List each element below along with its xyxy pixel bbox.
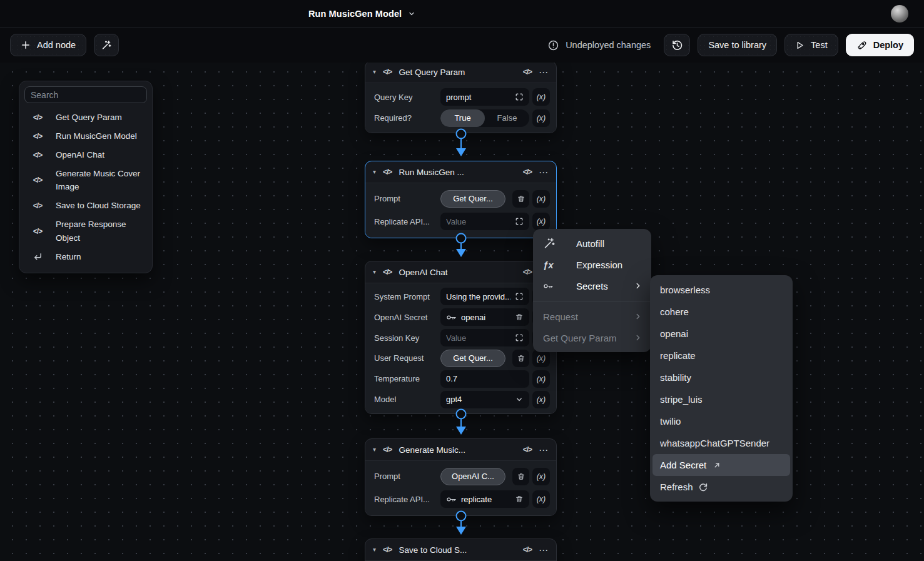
test-button[interactable]: Test <box>784 34 838 56</box>
node-run-musicgen[interactable]: ▾</>Run MusicGen ...</>⋯PromptGet Quer..… <box>365 161 557 238</box>
trash-icon[interactable] <box>515 313 524 321</box>
node-header[interactable]: ▾</>Save to Cloud S...</>⋯ <box>365 539 556 560</box>
secret-item-twilio[interactable]: twilio <box>650 410 793 432</box>
node-field-row: PromptGet Quer...(x) <box>374 190 548 208</box>
view-code-icon[interactable]: </> <box>523 68 532 76</box>
trash-button[interactable] <box>512 190 529 208</box>
palette-item-get-query-param[interactable]: </>Get Query Param <box>24 108 147 127</box>
view-code-icon[interactable]: </> <box>523 168 532 176</box>
key-icon <box>543 282 554 290</box>
test-label: Test <box>811 40 828 50</box>
menu-item-secrets[interactable]: Secrets <box>533 275 651 296</box>
select-field[interactable]: gpt4 <box>440 391 529 408</box>
expand-icon[interactable] <box>515 217 524 226</box>
view-code-icon[interactable]: </> <box>523 545 532 554</box>
input-field[interactable]: 0.7 <box>440 370 529 388</box>
save-to-library-button[interactable]: Save to library <box>698 34 777 56</box>
secret-item-replicate[interactable]: replicate <box>650 345 793 366</box>
connected-value-pill[interactable]: Get Quer... <box>440 190 505 208</box>
code-icon: </> <box>33 132 42 141</box>
connected-value-pill[interactable]: Get Quer... <box>440 350 505 367</box>
user-avatar[interactable] <box>891 5 908 23</box>
collapse-caret-icon[interactable]: ▾ <box>373 269 376 275</box>
view-code-icon[interactable]: </> <box>523 445 532 454</box>
variable-badge[interactable]: (x) <box>532 190 550 208</box>
add-secret-item[interactable]: Add Secret <box>652 454 790 476</box>
palette-item-generate-music-cover-image[interactable]: </>Generate Music Cover Image <box>24 164 147 197</box>
palette-item-openai-chat[interactable]: </>OpenAI Chat <box>24 146 147 164</box>
view-code-icon[interactable]: </> <box>523 268 532 276</box>
trash-button[interactable] <box>512 350 529 367</box>
ai-wand-button[interactable] <box>94 34 119 56</box>
trash-button[interactable] <box>512 468 529 485</box>
input-field[interactable]: Value <box>440 213 529 230</box>
toggle-option-true[interactable]: True <box>440 109 485 127</box>
refresh-secrets-item[interactable]: Refresh <box>650 476 793 498</box>
variable-badge[interactable]: (x) <box>532 391 550 408</box>
chevron-down-icon[interactable] <box>515 395 524 404</box>
node-openai-chat[interactable]: ▾</>OpenAI Chat</>⋯System PromptUsing th… <box>365 261 557 414</box>
variable-badge[interactable]: (x) <box>532 490 550 508</box>
menu-item-autofill[interactable]: Autofill <box>533 233 651 254</box>
toggle-group: TrueFalse <box>440 109 529 127</box>
variable-badge[interactable]: (x) <box>532 370 550 388</box>
secret-item-label: cohere <box>660 306 689 317</box>
input-field[interactable]: Using the provid... <box>440 288 529 305</box>
node-more-icon[interactable]: ⋯ <box>539 68 549 77</box>
expand-icon[interactable] <box>515 333 524 342</box>
warning-circle-icon <box>547 39 559 51</box>
node-body: System PromptUsing the provid...(x)OpenA… <box>365 283 556 413</box>
palette-item-label: Prepare Response Object <box>56 218 147 245</box>
toggle-option-false[interactable]: False <box>485 109 529 127</box>
palette-item-prepare-response-object[interactable]: </>Prepare Response Object <box>24 215 147 248</box>
secret-field[interactable]: openai <box>440 308 529 326</box>
search-input[interactable] <box>31 90 141 100</box>
deploy-button[interactable]: Deploy <box>846 34 914 56</box>
collapse-caret-icon[interactable]: ▾ <box>373 447 376 453</box>
node-body: Query Keyprompt(x)Required?TrueFalse(x) <box>365 83 556 133</box>
secret-item-cohere[interactable]: cohere <box>650 301 793 323</box>
node-more-icon[interactable]: ⋯ <box>539 545 549 555</box>
secret-item-stripe_luis[interactable]: stripe_luis <box>650 388 793 410</box>
code-icon: </> <box>383 168 392 176</box>
secret-item-whatsappchatgptsender[interactable]: whatsappChatGPTSender <box>650 432 793 454</box>
history-button[interactable] <box>664 34 690 56</box>
variable-badge[interactable]: (x) <box>532 109 550 127</box>
palette-item-run-musicgen-model[interactable]: </>Run MusicGen Model <box>24 127 147 146</box>
add-node-button[interactable]: Add node <box>10 34 86 56</box>
input-field[interactable]: prompt <box>440 88 529 106</box>
connected-value-pill[interactable]: OpenAI C... <box>440 468 505 485</box>
secret-item-openai[interactable]: openai <box>650 323 793 345</box>
save-to-library-label: Save to library <box>708 40 766 50</box>
expand-icon[interactable] <box>515 93 524 101</box>
secret-item-stability[interactable]: stability <box>650 366 793 388</box>
palette-item-label: OpenAI Chat <box>56 148 147 162</box>
node-save-to-cloud-s[interactable]: ▾</>Save to Cloud S...</>⋯ <box>365 538 557 561</box>
collapse-caret-icon[interactable]: ▾ <box>373 547 376 553</box>
node-header[interactable]: ▾</>Run MusicGen ...</>⋯ <box>365 161 556 183</box>
node-header[interactable]: ▾</>OpenAI Chat</>⋯ <box>365 261 556 283</box>
collapse-caret-icon[interactable]: ▾ <box>373 69 376 75</box>
secret-field[interactable]: replicate <box>440 490 529 508</box>
collapse-caret-icon[interactable]: ▾ <box>373 169 376 175</box>
palette-item-save-to-cloud-storage[interactable]: </>Save to Cloud Storage <box>24 196 147 215</box>
trash-icon[interactable] <box>515 495 524 503</box>
node-header[interactable]: ▾</>Get Query Param</>⋯ <box>365 61 556 83</box>
external-link-icon <box>713 461 721 470</box>
variable-badge[interactable]: (x) <box>532 350 550 367</box>
node-get-query-param[interactable]: ▾</>Get Query Param</>⋯Query Keyprompt(x… <box>365 61 557 133</box>
variable-badge[interactable]: (x) <box>532 213 550 230</box>
secret-item-browserless[interactable]: browserless <box>650 279 793 301</box>
variable-badge[interactable]: (x) <box>532 468 550 485</box>
menu-item-expression[interactable]: ƒxExpression <box>533 254 651 275</box>
node-generate-music[interactable]: ▾</>Generate Music...</>⋯PromptOpenAI C.… <box>365 438 557 516</box>
variable-badge[interactable]: (x) <box>532 88 550 106</box>
workflow-title-dropdown[interactable]: Run MusicGen Model <box>308 0 415 28</box>
input-field[interactable]: Value <box>440 329 529 346</box>
field-zone: prompt <box>440 88 529 106</box>
node-more-icon[interactable]: ⋯ <box>539 168 549 177</box>
expand-icon[interactable] <box>515 292 524 301</box>
node-header[interactable]: ▾</>Generate Music...</>⋯ <box>365 439 556 460</box>
palette-item-return[interactable]: Return <box>24 248 147 266</box>
node-more-icon[interactable]: ⋯ <box>539 445 549 455</box>
